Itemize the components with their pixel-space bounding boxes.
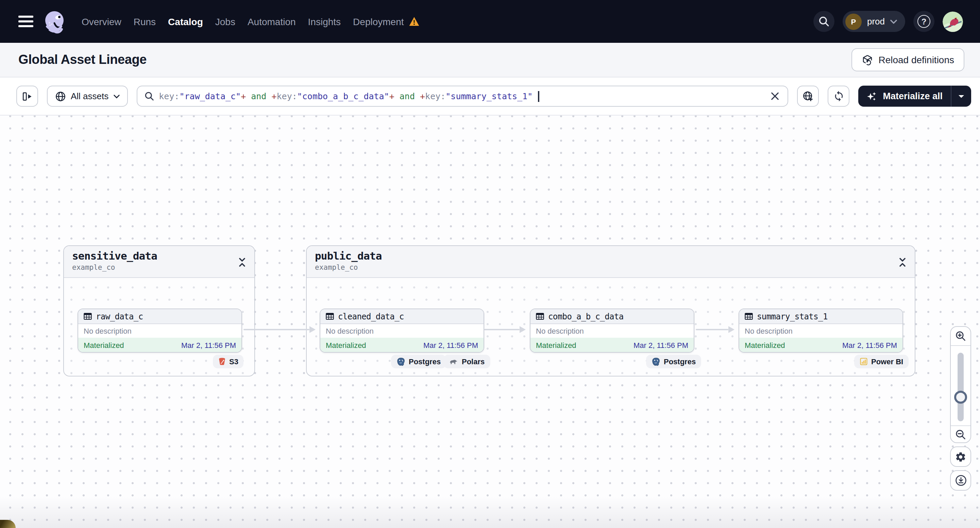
materialize-all-split-button: Materialize all [858,86,971,107]
dagster-logo-icon[interactable] [41,8,68,35]
search-icon[interactable] [813,11,834,32]
refresh-button[interactable] [828,86,850,107]
deployment-name: prod [867,16,885,27]
nav-deployment[interactable]: Deployment [353,16,419,27]
table-icon [326,312,334,320]
nav-insights[interactable]: Insights [308,16,341,27]
globe-icon [55,91,66,101]
text-cursor [538,91,539,101]
powerbi-icon [860,357,868,366]
table-icon [536,312,544,320]
group-sensitive-data-header[interactable]: sensitive_data example_co [64,246,255,278]
asset-node-header: raw_data_c [78,309,242,324]
asset-node-header: summary_stats_1 [739,309,902,324]
asset-status-row[interactable]: Materialized Mar 2, 11:56 PM [320,338,484,352]
asset-name: summary_stats_1 [757,312,828,321]
nav-jobs[interactable]: Jobs [215,16,235,27]
chevron-down-icon [890,19,897,24]
download-icon [955,474,967,487]
table-icon [745,312,753,320]
zoom-out-icon[interactable] [951,426,970,442]
powerbi-kind-badge[interactable]: Power BI [854,355,908,368]
status-badge: Materialized [745,341,785,349]
badge-label: S3 [229,357,239,366]
nav-overview[interactable]: Overview [82,16,121,27]
nav-runs[interactable]: Runs [134,16,156,27]
lineage-toolbar: All assets key:"raw_data_c"+ and +key:"c… [0,78,980,116]
status-badge: Materialized [326,341,366,349]
warning-triangle-icon [409,16,420,27]
deployment-switcher[interactable]: P prod [843,11,905,32]
asset-name: raw_data_c [96,312,143,321]
asset-search-input[interactable]: key:"raw_data_c"+ and +key:"combo_a_b_c_… [136,86,788,107]
user-avatar[interactable] [943,11,963,32]
zoom-in-icon[interactable] [951,327,970,345]
s3-kind-badge[interactable]: S3 [213,355,244,368]
group-public-data-header[interactable]: public_data example_co [307,246,915,278]
page-header: Global Asset Lineage Reload definitions [0,43,980,78]
asset-node-raw-data-c[interactable]: raw_data_c No description Materialized M… [78,309,242,353]
materialize-all-button[interactable]: Materialize all [858,86,951,107]
zoom-slider-handle[interactable] [954,391,967,404]
top-nav: Overview Runs Catalog Jobs Automation In… [0,0,980,43]
zoom-slider-track[interactable] [958,353,964,421]
materialize-all-label: Materialize all [883,91,943,101]
search-icon [144,91,154,101]
asset-node-summary-stats-1[interactable]: summary_stats_1 No description Materiali… [738,309,903,353]
asset-description: No description [739,324,902,338]
add-to-scope-button[interactable] [797,86,819,107]
reload-definitions-label: Reload definitions [878,54,954,65]
badge-label: Postgres [409,357,441,366]
edge-arrowhead [520,326,526,333]
page-title: Global Asset Lineage [18,52,146,67]
nav-right: P prod ? [813,11,963,32]
asset-status-row[interactable]: Materialized Mar 2, 11:56 PM [78,338,242,352]
help-icon[interactable]: ? [913,11,934,32]
polars-kind-badge[interactable]: Polars [444,355,490,368]
asset-status-row[interactable]: Materialized Mar 2, 11:56 PM [739,338,902,352]
table-icon [84,312,92,320]
asset-node-cleaned-data-c[interactable]: cleaned_data_c No description Materializ… [320,309,484,353]
polars-bear-icon [449,358,458,365]
edge-arrowhead [309,326,315,333]
s3-bucket-icon [218,357,226,366]
asset-name: combo_a_b_c_data [548,312,624,321]
reload-definitions-button[interactable]: Reload definitions [851,48,964,71]
asset-scope-filter[interactable]: All assets [47,86,127,107]
asset-status-row[interactable]: Materialized Mar 2, 11:56 PM [530,338,694,352]
materialization-timestamp: Mar 2, 11:56 PM [181,341,236,349]
download-image-button[interactable] [950,470,971,491]
chevron-down-icon [113,94,119,98]
reload-definitions-icon [861,54,873,66]
group-title: public_data [315,250,907,262]
status-badge: Materialized [536,341,576,349]
nav-links: Overview Runs Catalog Jobs Automation In… [82,16,420,27]
asset-description: No description [320,324,484,338]
clear-search-button[interactable] [769,90,781,102]
postgres-icon [396,357,405,366]
open-sidebar-button[interactable] [16,86,38,107]
badge-label: Postgres [664,357,696,366]
postgres-kind-badge[interactable]: Postgres [646,355,701,368]
status-badge: Materialized [84,341,124,349]
asset-name: cleaned_data_c [338,312,404,321]
hamburger-menu-icon[interactable] [18,16,33,27]
collapse-group-icon[interactable] [897,255,908,269]
collapse-group-icon[interactable] [237,255,248,269]
zoom-slider[interactable] [951,346,970,425]
graph-settings-button[interactable] [950,446,971,467]
zoom-controls [950,326,971,443]
postgres-kind-badge[interactable]: Postgres [391,355,446,368]
asset-node-header: combo_a_b_c_data [530,309,694,324]
materialization-timestamp: Mar 2, 11:56 PM [423,341,478,349]
asset-node-combo-a-b-c-data[interactable]: combo_a_b_c_data No description Material… [530,309,694,353]
asset-node-header: cleaned_data_c [320,309,484,324]
edge-combo-to-summary [696,329,729,330]
bottom-left-peek-element [0,520,16,528]
nav-automation[interactable]: Automation [248,16,296,27]
sparkles-icon [866,91,877,101]
materialize-options-button[interactable] [951,86,971,107]
asset-description: No description [530,324,694,338]
gear-icon [955,451,966,462]
nav-catalog[interactable]: Catalog [168,16,203,27]
